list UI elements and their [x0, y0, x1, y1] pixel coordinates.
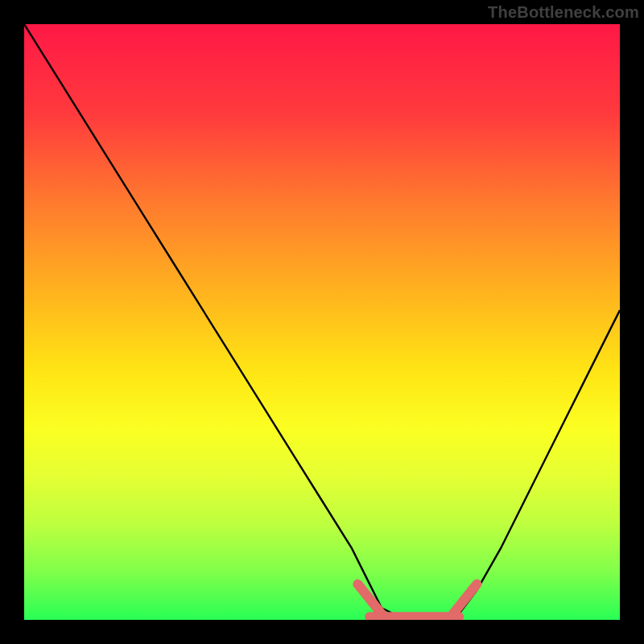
flat-right-stub [453, 584, 477, 614]
chart-frame: TheBottleneck.com [0, 0, 644, 644]
bottleneck-curve [24, 24, 620, 620]
plot-area [24, 24, 620, 620]
source-label: TheBottleneck.com [488, 3, 639, 22]
flat-left-stub [357, 584, 382, 614]
